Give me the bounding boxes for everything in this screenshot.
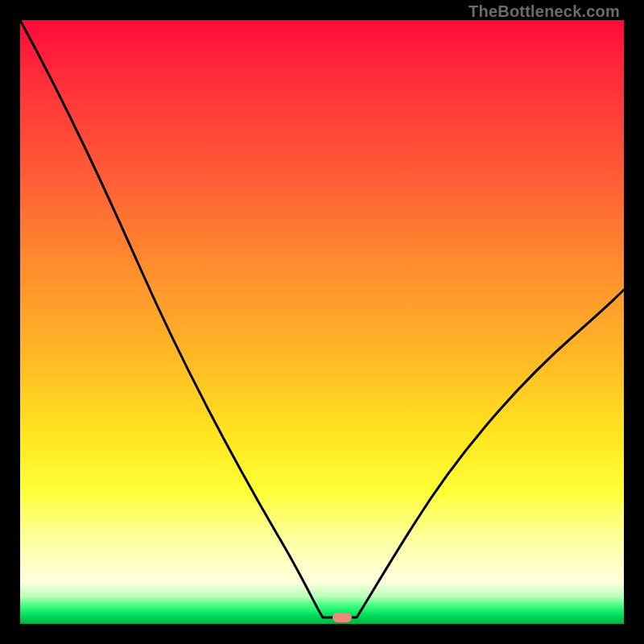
bottleneck-curve: [20, 20, 624, 624]
watermark-label: TheBottleneck.com: [469, 2, 620, 21]
plot-area: [20, 20, 624, 624]
curve-path: [20, 20, 624, 617]
chart-frame: TheBottleneck.com: [0, 0, 644, 644]
optimum-marker: [332, 613, 352, 622]
